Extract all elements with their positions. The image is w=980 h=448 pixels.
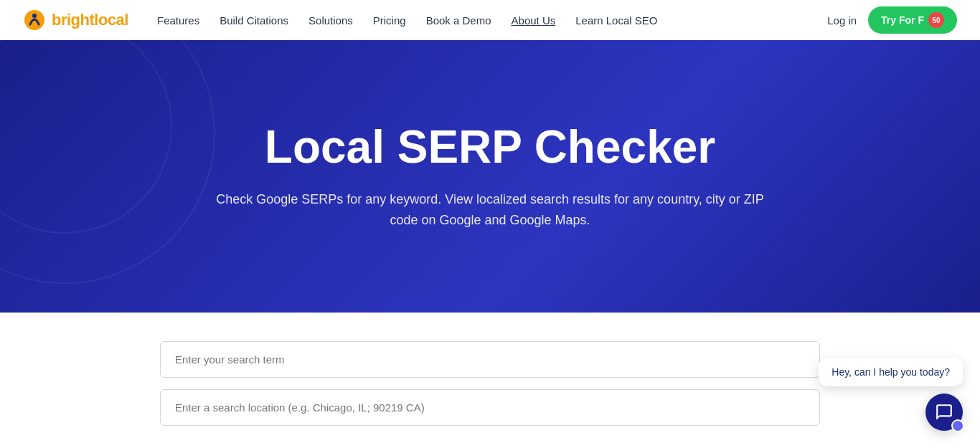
chat-notification-dot xyxy=(951,419,964,432)
chat-button[interactable] xyxy=(925,394,963,431)
try-badge: 50 xyxy=(928,12,944,28)
chat-widget: Hey, can I help you today? xyxy=(819,358,963,431)
search-location-wrap xyxy=(160,389,820,426)
navbar: brightlocal Features Build Citations Sol… xyxy=(0,0,980,40)
nav-learn-local-seo[interactable]: Learn Local SEO xyxy=(575,14,657,27)
try-label: Try For F xyxy=(881,14,924,26)
nav-book-demo[interactable]: Book a Demo xyxy=(426,14,491,27)
search-term-wrap xyxy=(160,341,820,378)
nav-actions: Log in Try For F 50 xyxy=(827,6,957,34)
login-link[interactable]: Log in xyxy=(827,14,857,27)
svg-point-1 xyxy=(32,14,37,18)
logo[interactable]: brightlocal xyxy=(23,9,128,32)
nav-build-citations[interactable]: Build Citations xyxy=(220,14,288,27)
search-term-input[interactable] xyxy=(160,341,820,378)
logo-icon xyxy=(23,9,46,32)
nav-solutions[interactable]: Solutions xyxy=(308,14,353,27)
try-for-free-button[interactable]: Try For F 50 xyxy=(868,6,957,34)
hero-section: Local SERP Checker Check Google SERPs fo… xyxy=(0,40,980,313)
logo-text: brightlocal xyxy=(52,11,128,29)
nav-pricing[interactable]: Pricing xyxy=(373,14,406,27)
nav-about-us[interactable]: About Us xyxy=(512,14,556,27)
nav-features[interactable]: Features xyxy=(157,14,199,27)
hero-subtitle: Check Google SERPs for any keyword. View… xyxy=(210,189,770,231)
nav-links: Features Build Citations Solutions Prici… xyxy=(157,14,827,27)
chat-bubble: Hey, can I help you today? xyxy=(819,358,963,386)
chat-icon xyxy=(935,403,953,421)
search-location-input[interactable] xyxy=(160,389,820,426)
hero-title: Local SERP Checker xyxy=(265,122,715,172)
